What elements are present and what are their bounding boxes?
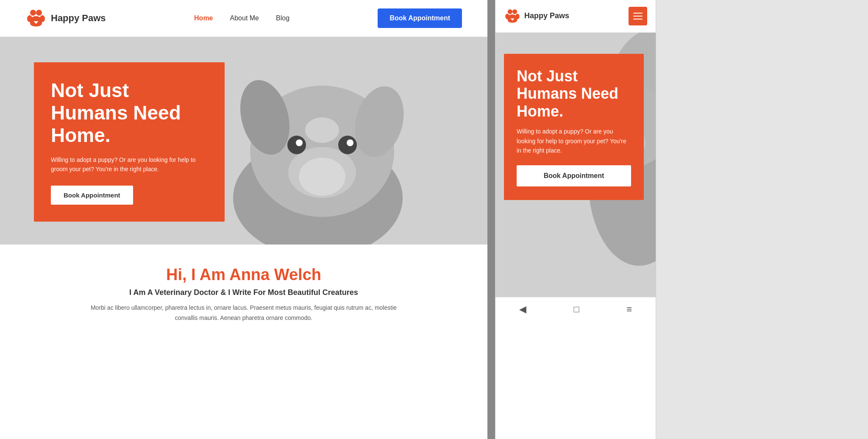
nav-item-home[interactable]: Home <box>194 14 213 22</box>
nav-link-about[interactable]: About Me <box>230 14 259 22</box>
about-title: I Am A Veterinary Doctor & I Write For M… <box>25 288 462 297</box>
mobile-hero-subtext: Willing to adopt a puppy? Or are you loo… <box>517 127 631 155</box>
desktop-navbar: Happy Paws Home About Me Blog Book Appoi… <box>0 0 487 37</box>
svg-point-16 <box>305 117 339 143</box>
nav-link-home[interactable]: Home <box>194 14 213 22</box>
logo-icon <box>25 8 47 29</box>
mobile-panel: Happy Paws Not Just Humans N <box>495 0 656 439</box>
mobile-logo[interactable]: Happy Paws <box>504 8 569 25</box>
mobile-hero-content-box: Not Just Humans Need Home. Willing to ad… <box>504 54 644 200</box>
hero-heading: Not Just Humans Need Home. <box>51 79 208 147</box>
mobile-navbar: Happy Paws <box>495 0 656 33</box>
hamburger-menu-button[interactable] <box>629 7 647 25</box>
mobile-hero: Not Just Humans Need Home. Willing to ad… <box>495 33 656 321</box>
logo[interactable]: Happy Paws <box>25 8 106 29</box>
nav-item-blog[interactable]: Blog <box>276 14 289 22</box>
desktop-panel: Happy Paws Home About Me Blog Book Appoi… <box>0 0 487 439</box>
menu-icon[interactable]: ≡ <box>626 304 632 315</box>
hero-content-box: Not Just Humans Need Home. Willing to ad… <box>34 62 225 222</box>
nav-link-blog[interactable]: Blog <box>276 14 289 22</box>
svg-point-12 <box>347 139 353 146</box>
mobile-logo-icon <box>504 8 521 25</box>
right-fill <box>656 0 868 439</box>
desktop-hero: Not Just Humans Need Home. Willing to ad… <box>0 37 487 245</box>
hero-book-button[interactable]: Book Appointment <box>51 186 133 205</box>
svg-point-11 <box>296 139 303 146</box>
back-icon[interactable]: ◀ <box>519 304 526 315</box>
svg-point-1 <box>36 10 42 16</box>
svg-point-0 <box>30 10 36 16</box>
mobile-bottom-bar: ◀ □ ≡ <box>495 297 656 321</box>
mobile-hero-heading: Not Just Humans Need Home. <box>517 67 631 120</box>
nav-book-button[interactable]: Book Appointment <box>378 8 462 28</box>
hamburger-line-1 <box>633 13 643 14</box>
svg-point-18 <box>512 9 517 14</box>
home-icon[interactable]: □ <box>573 304 579 315</box>
nav-links: Home About Me Blog <box>194 14 289 22</box>
svg-point-15 <box>299 158 345 196</box>
about-section: Hi, I Am Anna Welch I Am A Veterinary Do… <box>0 245 487 336</box>
logo-text: Happy Paws <box>51 13 106 24</box>
svg-point-17 <box>508 9 512 14</box>
panel-divider <box>487 0 495 439</box>
about-name: Hi, I Am Anna Welch <box>25 266 462 284</box>
mobile-hero-book-button[interactable]: Book Appointment <box>517 165 631 186</box>
hamburger-line-3 <box>633 19 643 19</box>
mobile-logo-text: Happy Paws <box>524 11 569 21</box>
hamburger-line-2 <box>633 16 643 17</box>
about-description: Morbi ac libero ullamcorper, pharetra le… <box>83 303 405 323</box>
hero-subtext: Willing to adopt a puppy? Or are you loo… <box>51 155 208 174</box>
nav-item-about[interactable]: About Me <box>230 14 259 22</box>
